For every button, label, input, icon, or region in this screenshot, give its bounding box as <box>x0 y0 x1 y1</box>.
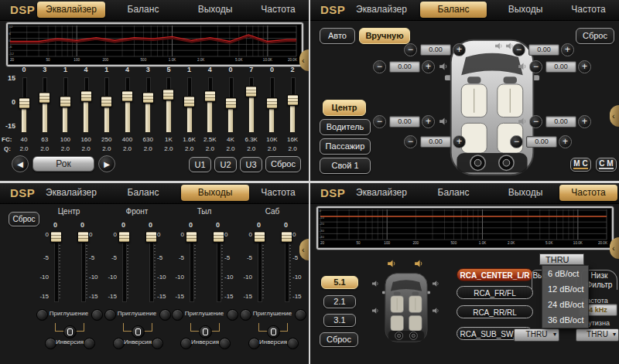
output-slider-thumb[interactable] <box>145 231 157 243</box>
front-door-right-minus-button[interactable]: − <box>529 60 542 73</box>
mode-51-button[interactable]: 5.1 <box>321 276 358 289</box>
rca-channel-button[interactable]: RCA_RR/RL <box>457 305 533 318</box>
subwoofer-left-plus-button[interactable]: + <box>453 135 466 148</box>
output-slider-thumb[interactable] <box>281 231 292 243</box>
eq-band-slider-thumb[interactable] <box>142 92 154 104</box>
invert-left-toggle[interactable] <box>248 338 260 349</box>
tab-balance[interactable]: Баланс <box>110 2 176 18</box>
eq-band-slider-thumb[interactable] <box>19 97 30 109</box>
tab-balance[interactable]: Баланс <box>420 2 487 18</box>
output-slider-thumb[interactable] <box>213 231 224 243</box>
tab-balance[interactable]: Баланс <box>420 185 487 201</box>
front-door-right-plus-button[interactable]: + <box>578 60 591 73</box>
eq-band-slider-thumb[interactable] <box>245 86 257 97</box>
memory-u2-button[interactable]: U2 <box>214 157 237 172</box>
eq-band-slider-thumb[interactable] <box>225 97 237 109</box>
output-slider-thumb[interactable] <box>77 231 89 243</box>
mute-left-toggle[interactable] <box>36 309 48 321</box>
front-door-left-plus-button[interactable]: + <box>422 60 435 73</box>
preset-next-arrow-icon[interactable]: ▶ <box>98 155 115 172</box>
position-center-button[interactable]: Центр <box>323 100 366 116</box>
link-channels-icon[interactable] <box>267 325 280 338</box>
balance-auto-button[interactable]: Авто <box>320 28 355 44</box>
mute-right-toggle[interactable] <box>91 309 103 321</box>
rear-door-left-minus-button[interactable]: − <box>373 115 386 128</box>
output-slider-thumb[interactable] <box>254 231 265 243</box>
mute-right-toggle[interactable] <box>295 309 306 321</box>
slide-out-handle-icon[interactable]: ‹ <box>299 49 309 71</box>
memory-u3-button[interactable]: U3 <box>240 157 262 172</box>
position-passenger-button[interactable]: Пассажир <box>320 138 371 155</box>
tab-equalizer[interactable]: Эквалайзер <box>37 185 105 201</box>
tab-frequency[interactable]: Частота <box>559 2 617 18</box>
rear-door-right-minus-button[interactable]: − <box>529 115 542 128</box>
lpf-slope-select[interactable]: THRU ▾ <box>576 328 619 342</box>
invert-left-toggle[interactable] <box>180 338 192 349</box>
subwoofer-left-minus-button[interactable]: − <box>404 135 417 148</box>
tab-frequency[interactable]: Частота <box>249 2 307 18</box>
mute-left-toggle[interactable] <box>240 309 251 321</box>
preset-prev-arrow-icon[interactable]: ◀ <box>12 155 29 172</box>
slide-out-handle-icon[interactable]: ‹ <box>610 237 619 259</box>
mode-31-button[interactable]: 3.1 <box>323 314 356 327</box>
front-tweeter-left-minus-button[interactable]: − <box>404 43 417 56</box>
tab-balance[interactable]: Баланс <box>110 185 176 201</box>
rca-channel-button[interactable]: RCA_CENTER_L/R <box>457 268 533 281</box>
memory-u1-button[interactable]: U1 <box>189 157 211 172</box>
slope-option[interactable]: 36 dB/oct <box>542 312 588 328</box>
eq-band-slider-thumb[interactable] <box>80 90 92 102</box>
invert-right-toggle[interactable] <box>152 338 163 349</box>
front-door-left-minus-button[interactable]: − <box>373 60 386 73</box>
eq-band-slider-thumb[interactable] <box>121 90 133 102</box>
rca-channel-button[interactable]: RCA_FR/FL <box>457 286 533 299</box>
mute-left-toggle[interactable] <box>172 309 183 321</box>
mute-right-toggle[interactable] <box>159 309 171 321</box>
subwoofer-right-plus-button[interactable]: + <box>559 135 572 148</box>
invert-left-toggle[interactable] <box>113 338 125 349</box>
slope-option[interactable]: 12 dB/oct <box>542 281 588 297</box>
preset-name-button[interactable]: Рок <box>32 156 94 172</box>
position-driver-button[interactable]: Водитель <box>320 119 371 135</box>
tab-frequency[interactable]: Частота <box>249 185 307 201</box>
tab-equalizer[interactable]: Эквалайзер <box>347 185 416 201</box>
output-slider-thumb[interactable] <box>186 231 197 243</box>
rear-door-left-plus-button[interactable]: + <box>422 115 435 128</box>
crossover-reset-button[interactable]: Сброс <box>320 332 358 347</box>
link-channels-icon[interactable] <box>63 325 77 338</box>
mute-left-toggle[interactable] <box>104 309 116 321</box>
tab-equalizer[interactable]: Эквалайзер <box>37 2 105 18</box>
balance-manual-button[interactable]: Вручную <box>359 28 410 44</box>
output-slider-thumb[interactable] <box>118 231 130 243</box>
mode-21-button[interactable]: 2.1 <box>323 295 356 308</box>
mute-right-toggle[interactable] <box>227 309 238 321</box>
output-slider-thumb[interactable] <box>50 231 62 243</box>
eq-band-slider-thumb[interactable] <box>39 92 50 104</box>
eq-band-slider-thumb[interactable] <box>183 96 195 107</box>
front-tweeter-right-minus-button[interactable]: − <box>512 43 525 56</box>
tab-equalizer[interactable]: Эквалайзер <box>347 2 416 18</box>
eq-band-slider-thumb[interactable] <box>101 96 112 107</box>
mc-mode-button[interactable]: M C <box>570 158 591 172</box>
eq-band-slider-thumb[interactable] <box>162 89 174 100</box>
link-channels-icon[interactable] <box>199 325 212 338</box>
slope-dropdown-selected[interactable]: THRU <box>539 253 584 265</box>
invert-right-toggle[interactable] <box>84 338 95 349</box>
tab-outputs[interactable]: Выходы <box>181 185 249 201</box>
eq-reset-button[interactable]: Сброс <box>265 156 301 172</box>
front-tweeter-right-plus-button[interactable]: + <box>561 43 574 56</box>
position-custom1-button[interactable]: Свой 1 <box>320 158 371 174</box>
link-channels-icon[interactable] <box>132 325 145 338</box>
cm-mode-button[interactable]: C M <box>596 158 617 172</box>
outputs-reset-button[interactable]: Сброс <box>9 212 39 226</box>
invert-right-toggle[interactable] <box>287 338 299 349</box>
invert-right-toggle[interactable] <box>219 338 231 349</box>
tab-outputs[interactable]: Выходы <box>181 2 249 18</box>
rear-door-right-plus-button[interactable]: + <box>578 115 591 128</box>
eq-band-slider-thumb[interactable] <box>204 90 216 102</box>
subwoofer-right-minus-button[interactable]: − <box>510 135 523 148</box>
eq-band-slider-thumb[interactable] <box>60 96 71 107</box>
slope-option[interactable]: 24 dB/oct <box>542 297 588 312</box>
tab-outputs[interactable]: Выходы <box>491 185 559 201</box>
front-tweeter-left-plus-button[interactable]: + <box>453 43 466 56</box>
hpf-slope-select[interactable]: THRU ▾ <box>514 328 559 342</box>
